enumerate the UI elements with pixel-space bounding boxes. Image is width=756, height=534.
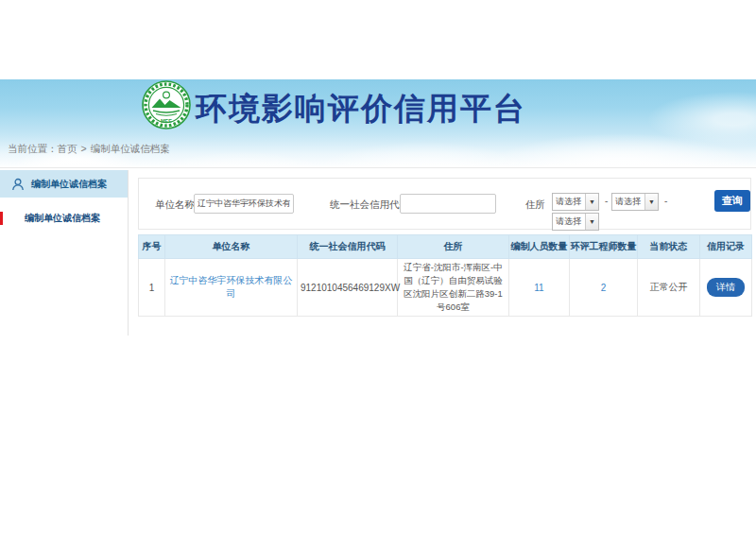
dash-separator: - [664, 196, 667, 206]
address-district-select[interactable]: 请选择 ▼ [552, 213, 599, 231]
engineer-count-link[interactable]: 2 [601, 283, 607, 293]
address-city-select[interactable]: 请选择 ▼ [611, 193, 659, 211]
column-header-credit-record: 信用记录 [700, 235, 752, 259]
chevron-down-icon: ▼ [585, 194, 598, 210]
column-header-staff-count: 编制人员数量 [509, 235, 570, 259]
sidebar-header-label: 编制单位诚信档案 [31, 178, 107, 191]
unit-name-link[interactable]: 辽宁中咨华宇环保技术有限公司 [170, 275, 293, 299]
address-cell: 辽宁省-沈阳市-浑南区-中国（辽宁）自由贸易试验区沈阳片区创新二路39-1号60… [398, 259, 509, 317]
select-value: 请选择 [553, 215, 585, 228]
row-index-cell: 1 [139, 259, 165, 317]
detail-button[interactable]: 详情 [707, 278, 745, 297]
credit-code-cell: 9121010456469129XW [298, 259, 398, 317]
table-row: 1 辽宁中咨华宇环保技术有限公司 9121010456469129XW 辽宁省-… [139, 259, 752, 317]
column-header-engineer-count: 环评工程师数量 [570, 235, 638, 259]
column-header-index: 序号 [139, 235, 165, 259]
search-panel: 单位名称 ： 统一社会信用代码 ： 住所 ： 请选择 ▼ - 请选择 ▼ - 请… [138, 178, 751, 230]
user-icon [11, 178, 25, 191]
column-header-credit-code: 统一社会信用代码 [298, 235, 398, 259]
breadcrumb-separator: > [81, 143, 87, 154]
unit-name-input[interactable] [194, 194, 294, 214]
breadcrumb-label: 当前位置： [8, 143, 58, 154]
active-indicator [0, 212, 3, 225]
staff-count-link[interactable]: 11 [534, 283, 543, 293]
query-button[interactable]: 查询 [714, 190, 750, 212]
sidebar-header: 编制单位诚信档案 [0, 170, 128, 198]
select-value: 请选择 [612, 196, 644, 208]
sidebar: 编制单位诚信档案 编制单位诚信档案 [0, 170, 129, 336]
column-header-unit-name: 单位名称 [165, 235, 298, 259]
breadcrumb-home-link[interactable]: 首页 [58, 143, 77, 154]
credit-code-input[interactable] [400, 194, 496, 214]
column-header-status: 当前状态 [638, 235, 700, 259]
page: MEE 环境影响评价信用平台 当前位置：首页>编制单位诚信档案 编制单位诚信档案… [0, 0, 756, 534]
svg-text:MEE: MEE [161, 118, 172, 124]
table-header-row: 序号 单位名称 统一社会信用代码 住所 编制人员数量 环评工程师数量 当前状态 … [139, 235, 752, 259]
status-text: 正常公开 [638, 259, 700, 317]
select-value: 请选择 [553, 196, 585, 208]
breadcrumb-current: 编制单位诚信档案 [91, 143, 170, 154]
sidebar-item-label: 编制单位诚信档案 [25, 212, 100, 225]
dash-separator: - [605, 196, 608, 206]
site-title: 环境影响评价信用平台 [196, 88, 526, 130]
chevron-down-icon: ▼ [585, 214, 598, 230]
address-province-select[interactable]: 请选择 ▼ [552, 193, 599, 211]
results-table: 序号 单位名称 统一社会信用代码 住所 编制人员数量 环评工程师数量 当前状态 … [138, 234, 752, 317]
breadcrumb: 当前位置：首页>编制单位诚信档案 [8, 143, 170, 156]
mee-logo-icon: MEE [142, 80, 191, 129]
column-header-address: 住所 [398, 235, 509, 259]
sidebar-item-credit-archive[interactable]: 编制单位诚信档案 [0, 206, 128, 231]
chevron-down-icon: ▼ [644, 194, 658, 210]
header-divider [0, 167, 756, 168]
